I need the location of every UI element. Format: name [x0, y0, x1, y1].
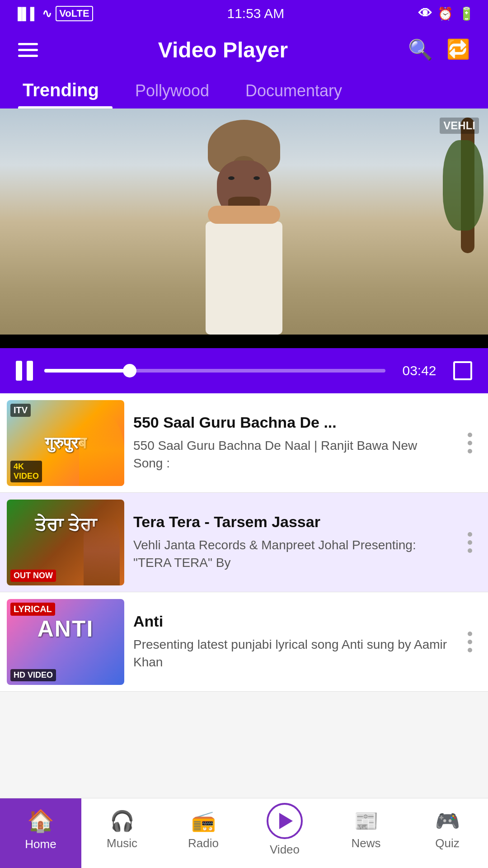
nav-music-label: Music	[107, 836, 137, 850]
progress-bar[interactable]	[44, 369, 385, 373]
video-frame[interactable]: VEHLI	[0, 108, 488, 335]
nav-item-music[interactable]: 🎧 Music	[81, 798, 163, 868]
status-bar: ▐▌▌ ∿ VoLTE 11:53 AM 👁 ⏰ 🔋	[0, 0, 488, 27]
dot	[468, 441, 472, 445]
video-thumbnail: ITV गुरुपुरब 4KVIDEO	[7, 400, 124, 486]
wifi-icon: ∿	[42, 7, 52, 21]
dot	[468, 648, 472, 652]
dot	[468, 532, 472, 537]
video-item-title: Tera Tera - Tarsem Jassar	[133, 513, 450, 531]
fullscreen-button[interactable]	[453, 361, 472, 380]
nav-item-home[interactable]: 🏠 Home	[0, 798, 81, 868]
video-item-desc: Vehli Janta Records & Manpreet Johal Pre…	[133, 536, 450, 571]
dot	[468, 540, 472, 545]
nav-news-label: News	[351, 836, 380, 850]
category-tabs: Trending Pollywood Documentary	[0, 72, 488, 108]
dot	[468, 433, 472, 437]
play-triangle	[279, 813, 293, 829]
video-item-info: 550 Saal Guru Bachna De ... 550 Saal Gur…	[124, 409, 459, 476]
share-button[interactable]: 🔁	[446, 38, 470, 61]
tab-pollywood[interactable]: Pollywood	[131, 81, 223, 108]
nav-video-label: Video	[270, 843, 300, 857]
page-title: Video Player	[158, 38, 288, 62]
video-play-icon	[267, 803, 303, 839]
quiz-icon: 🎮	[435, 809, 460, 833]
nav-item-radio[interactable]: 📻 Radio	[163, 798, 244, 868]
nav-item-news[interactable]: 📰 News	[325, 798, 407, 868]
dot	[468, 449, 472, 453]
progress-thumb	[123, 364, 136, 377]
thumb-text: ANTI	[38, 616, 94, 642]
status-time: 11:53 AM	[227, 6, 284, 21]
signal-icon: ▐▌▌	[14, 7, 38, 21]
quality-badge: 4KVIDEO	[10, 461, 42, 482]
video-watermark: VEHLI	[440, 118, 479, 134]
dot	[468, 632, 472, 636]
more-options-button[interactable]	[459, 632, 481, 652]
search-button[interactable]: 🔍	[408, 38, 433, 61]
video-list-item[interactable]: ਤੇਰਾ ਤੇਰਾ OUT NOW Tera Tera - Tarsem Jas…	[0, 493, 488, 592]
figure-face	[217, 160, 271, 219]
figure-body	[206, 222, 282, 335]
video-item-desc: 550 Saal Guru Bachna De Naal | Ranjit Ba…	[133, 437, 450, 472]
more-options-button[interactable]	[459, 532, 481, 553]
pause-button[interactable]	[16, 361, 33, 381]
video-item-info: Anti Presenting latest punjabi lyrical s…	[124, 608, 459, 675]
video-list: ITV गुरुपुरब 4KVIDEO 550 Saal Guru Bachn…	[0, 393, 488, 692]
alarm-icon: ⏰	[437, 6, 453, 21]
video-controls: 03:42	[0, 348, 488, 393]
progress-fill	[44, 369, 130, 373]
tab-documentary[interactable]: Documentary	[241, 81, 356, 108]
nav-radio-label: Radio	[188, 836, 219, 850]
bottom-navigation: 🏠 Home 🎧 Music 📻 Radio Video 📰 News 🎮 Qu…	[0, 798, 488, 868]
nav-quiz-label: Quiz	[435, 836, 459, 850]
video-player: VEHLI 03:42	[0, 108, 488, 393]
home-icon: 🏠	[27, 808, 54, 834]
volte-badge: VoLTE	[56, 6, 93, 21]
news-icon: 📰	[354, 809, 379, 833]
nav-item-quiz[interactable]: 🎮 Quiz	[407, 798, 488, 868]
video-item-title: 550 Saal Guru Bachna De ...	[133, 414, 450, 431]
video-content	[206, 120, 282, 335]
menu-button[interactable]	[18, 43, 38, 57]
radio-icon: 📻	[191, 809, 216, 833]
signal-info: ▐▌▌ ∿ VoLTE	[14, 6, 93, 21]
nav-home-label: Home	[25, 837, 56, 851]
video-item-desc: Presenting latest punjabi lyrical song A…	[133, 636, 450, 671]
dot	[468, 640, 472, 644]
channel-label: LYRICAL	[10, 603, 55, 616]
dot	[468, 548, 472, 553]
video-item-info: Tera Tera - Tarsem Jassar Vehli Janta Re…	[124, 509, 459, 576]
video-item-title: Anti	[133, 613, 450, 630]
header-action-icons: 🔍 🔁	[408, 38, 470, 61]
video-list-item[interactable]: LYRICAL ANTI HD VIDEO Anti Presenting la…	[0, 592, 488, 692]
video-bottom-bar	[0, 335, 488, 348]
tree	[438, 118, 474, 298]
more-options-button[interactable]	[459, 433, 481, 453]
battery-icon: 🔋	[459, 6, 474, 21]
video-thumbnail: ਤੇਰਾ ਤੇਰਾ OUT NOW	[7, 500, 124, 585]
tab-trending[interactable]: Trending	[18, 80, 113, 108]
hd-badge: HD VIDEO	[10, 669, 56, 681]
status-icons: 👁 ⏰ 🔋	[418, 6, 474, 21]
fullscreen-icon	[453, 361, 472, 380]
nav-item-video[interactable]: Video	[244, 798, 325, 868]
eye-icon: 👁	[418, 6, 432, 21]
channel-label: ITV	[10, 404, 31, 417]
out-now-badge: OUT NOW	[10, 570, 56, 582]
music-icon: 🎧	[110, 809, 135, 833]
time-display: 03:42	[397, 363, 442, 378]
app-header: Video Player 🔍 🔁	[0, 27, 488, 72]
video-thumbnail: LYRICAL ANTI HD VIDEO	[7, 599, 124, 685]
video-list-item[interactable]: ITV गुरुपुरब 4KVIDEO 550 Saal Guru Bachn…	[0, 393, 488, 493]
